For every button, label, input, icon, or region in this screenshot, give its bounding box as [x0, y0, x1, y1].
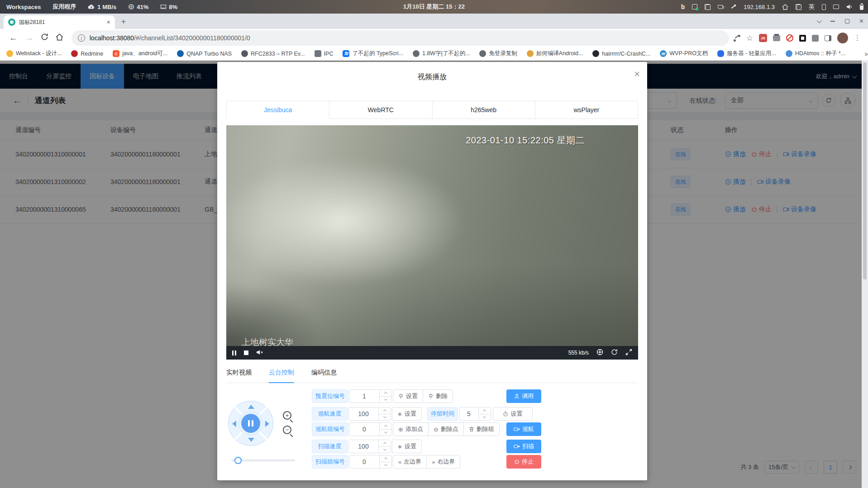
- cruise-group-input[interactable]: 0: [349, 422, 392, 436]
- stop-icon[interactable]: [244, 351, 248, 355]
- tab-h265web[interactable]: h265web: [432, 101, 535, 119]
- number-stepper[interactable]: [379, 455, 391, 468]
- stay-time-set-button[interactable]: 设置: [493, 407, 533, 421]
- browser-scrollbar[interactable]: [862, 61, 868, 488]
- maximize-button[interactable]: [845, 19, 849, 24]
- ptz-right-arrow[interactable]: [265, 421, 269, 427]
- forward-button[interactable]: →: [25, 33, 33, 43]
- address-bar[interactable]: i localhost:38080/#/channelList/34020000…: [72, 30, 729, 46]
- new-tab-button[interactable]: +: [121, 17, 126, 26]
- bookmark-item[interactable]: 知了不起的 TypeScri...: [343, 50, 403, 57]
- preset-set-button[interactable]: 设置: [393, 389, 423, 403]
- home-tray-icon[interactable]: [782, 4, 788, 10]
- bing-tray-icon[interactable]: b: [681, 3, 685, 10]
- tab-live-video[interactable]: 实时视频: [226, 369, 252, 383]
- bookmark-item[interactable]: 服务器 - 轻量应用...: [717, 50, 776, 57]
- ptz-speed-slider[interactable]: [231, 460, 295, 461]
- bookmark-item[interactable]: WWVP-PRO文档: [660, 50, 708, 57]
- workspaces-tray-icon[interactable]: [796, 4, 801, 10]
- reload-button[interactable]: [41, 33, 48, 43]
- number-stepper[interactable]: [379, 423, 391, 436]
- video-screen[interactable]: 2023-01-10 15:22:05 星期二 上地树实大华: [226, 125, 638, 346]
- number-stepper[interactable]: [379, 390, 391, 403]
- extensions-puzzle-icon[interactable]: [812, 35, 819, 42]
- bookmarks-overflow-chevron[interactable]: »: [864, 50, 868, 57]
- delete-point-button[interactable]: ⊖删除点: [428, 422, 464, 436]
- bookmark-item[interactable]: Cjava、android可...: [113, 50, 167, 57]
- preset-call-button[interactable]: 调用: [506, 389, 541, 403]
- scan-speed-set-button[interactable]: ∗设置: [392, 440, 422, 453]
- preset-delete-button[interactable]: 删除: [423, 389, 453, 403]
- number-stepper[interactable]: [378, 440, 391, 453]
- ptz-down-arrow[interactable]: [248, 438, 254, 442]
- applications-button[interactable]: 应用程序: [52, 3, 76, 11]
- player-refresh-icon[interactable]: [611, 349, 618, 357]
- site-info-icon[interactable]: i: [78, 34, 85, 42]
- cruise-button[interactable]: 巡航: [506, 422, 541, 436]
- ptz-stop-button[interactable]: 停止: [506, 455, 541, 469]
- bookmark-item[interactable]: RFC2833 – RTP Ev...: [241, 50, 305, 57]
- ptz-up-arrow[interactable]: [248, 405, 254, 409]
- home-button[interactable]: [56, 33, 63, 43]
- browser-tab[interactable]: 国标28181 ×: [4, 15, 115, 29]
- volume-icon[interactable]: [846, 4, 853, 9]
- cruise-speed-set-button[interactable]: ∗设置: [392, 407, 422, 421]
- pause-icon[interactable]: [232, 351, 236, 355]
- workspaces-button[interactable]: Workspaces: [6, 4, 41, 10]
- screen-rotate-icon[interactable]: [822, 4, 826, 10]
- app-tray-icon[interactable]: [692, 4, 697, 9]
- number-stepper[interactable]: [378, 407, 391, 420]
- stay-time-input[interactable]: 5: [459, 407, 491, 421]
- scrollbar-thumb[interactable]: [863, 62, 867, 280]
- scan-group-input[interactable]: 0: [349, 455, 392, 469]
- bookmark-item[interactable]: hairrrrr/C-CrashC...: [592, 50, 650, 57]
- bookmark-item[interactable]: HDAtmos :: 种子 *...: [786, 50, 845, 57]
- delete-group-button[interactable]: 删除组: [463, 422, 500, 436]
- tab-search-icon[interactable]: [816, 18, 821, 23]
- number-stepper[interactable]: [478, 407, 491, 420]
- caffeine-tray-icon[interactable]: [718, 5, 723, 9]
- extension-adblock-icon[interactable]: [786, 34, 793, 42]
- scan-speed-input[interactable]: 100: [348, 440, 391, 453]
- right-bound-button[interactable]: »右边界: [426, 455, 460, 469]
- fullscreen-icon[interactable]: [625, 349, 632, 357]
- tab-ptz-control[interactable]: 云台控制: [269, 369, 294, 383]
- bookmark-item[interactable]: 免登录复制: [479, 50, 517, 57]
- share-icon[interactable]: [734, 35, 740, 42]
- mute-icon[interactable]: [256, 349, 263, 357]
- ptz-left-arrow[interactable]: [232, 421, 236, 427]
- bookmark-item[interactable]: 如何编译Android...: [527, 50, 583, 57]
- cruise-speed-input[interactable]: 100: [348, 407, 391, 421]
- cpu-indicator[interactable]: 41%: [128, 4, 148, 10]
- extension-print-icon[interactable]: [773, 35, 780, 41]
- tool-tray-icon[interactable]: [730, 4, 736, 10]
- profile-avatar[interactable]: [837, 33, 848, 43]
- network-indicator[interactable]: 1 MB/s: [88, 4, 116, 10]
- tab-webrtc[interactable]: WebRTC: [329, 101, 432, 119]
- add-point-button[interactable]: ⊕添加点: [393, 422, 429, 436]
- zoom-in-icon[interactable]: +: [283, 411, 294, 422]
- bookmark-item[interactable]: IPC: [315, 50, 334, 57]
- memory-indicator[interactable]: 8%: [160, 4, 177, 10]
- close-icon[interactable]: ×: [634, 69, 640, 79]
- tab-jessibuca[interactable]: Jessibuca: [227, 101, 329, 119]
- browser-menu-icon[interactable]: ⋮: [854, 34, 861, 42]
- ptz-center-pause-button[interactable]: [241, 414, 260, 433]
- bookmark-item[interactable]: Redmine: [71, 50, 103, 57]
- bookmark-item[interactable]: Webstack - 设计...: [6, 50, 62, 57]
- ip-address[interactable]: 192.168.1.3: [744, 4, 775, 10]
- extension-js-icon[interactable]: JS: [759, 34, 767, 42]
- battery-icon[interactable]: [860, 4, 863, 10]
- back-button[interactable]: ←: [9, 33, 18, 43]
- bookmark-star-icon[interactable]: ☆: [746, 33, 753, 43]
- tab-close-icon[interactable]: ×: [107, 19, 110, 26]
- bookmark-item[interactable]: 1.8W字|了不起的...: [413, 50, 470, 57]
- ptz-direction-pad[interactable]: [228, 401, 273, 446]
- preset-number-input[interactable]: 1: [349, 389, 392, 403]
- player-settings-icon[interactable]: [596, 349, 603, 357]
- left-bound-button[interactable]: «左边界: [393, 455, 427, 469]
- minimize-button[interactable]: [830, 21, 835, 22]
- side-panel-icon[interactable]: [825, 35, 831, 41]
- tab-codec-info[interactable]: 编码信息: [311, 369, 337, 383]
- extension-dark-icon[interactable]: [799, 35, 806, 42]
